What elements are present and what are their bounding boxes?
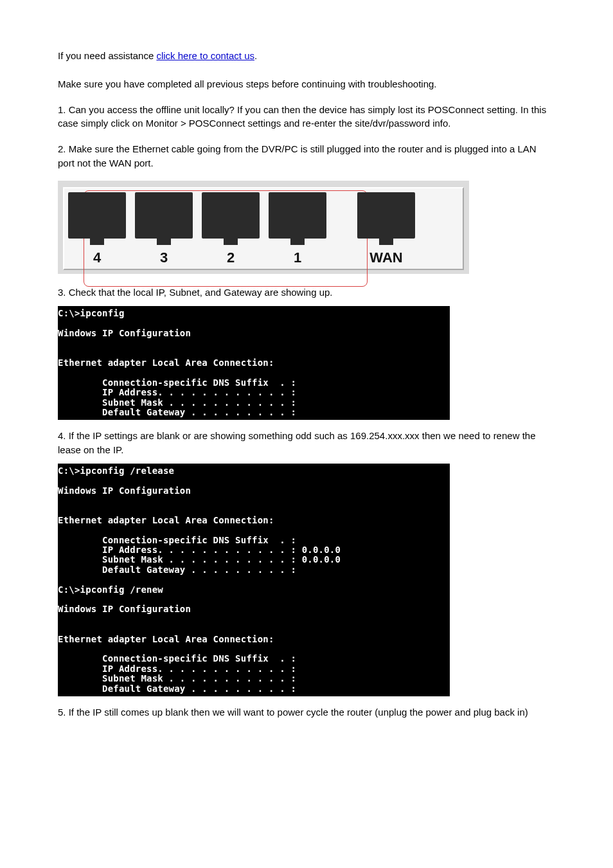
lan-port-2: 2 [202, 192, 260, 268]
header-note: Make sure you have completed all previou… [58, 77, 555, 91]
port-label: 2 [227, 248, 235, 268]
lan-port-4: 4 [68, 192, 126, 268]
router-image: 4 3 2 1 WAN [58, 181, 469, 275]
ethernet-port-icon [269, 192, 326, 239]
ethernet-port-icon [357, 192, 415, 239]
cmd-output-release-renew: C:\>ipconfig /release Windows IP Configu… [58, 464, 450, 696]
intro-paragraph: If you need assistance click here to con… [58, 49, 555, 63]
step-3-text: 3. Check that the local IP, Subnet, and … [58, 285, 555, 300]
port-label: 1 [294, 248, 301, 268]
port-label: WAN [369, 248, 402, 268]
port-row: 4 3 2 1 WAN [68, 192, 459, 268]
contact-prefix: If you need assistance [58, 50, 156, 61]
contact-link[interactable]: click here to contact us [156, 50, 254, 61]
ethernet-port-icon [68, 192, 126, 239]
cmd-output-ipconfig: C:\>ipconfig Windows IP Configuration Et… [58, 306, 450, 420]
port-label: 4 [93, 248, 101, 268]
step-4-text: 4. If the IP settings are blank or are s… [58, 429, 555, 457]
document-page: { "intro": { "contact_prefix": "If you n… [0, 0, 613, 868]
port-label: 3 [160, 248, 168, 268]
lan-port-1: 1 [269, 192, 326, 268]
ethernet-port-icon [135, 192, 193, 239]
contact-suffix: . [254, 50, 257, 61]
ethernet-port-icon [202, 192, 260, 239]
wan-port: WAN [357, 192, 415, 268]
step-2-text: 2. Make sure the Ethernet cable going fr… [58, 142, 555, 170]
step-5-text: 5. If the IP still comes up blank then w… [58, 705, 555, 719]
lan-port-3: 3 [135, 192, 193, 268]
router-plate: 4 3 2 1 WAN [63, 187, 464, 271]
step-1-text: 1. Can you access the offline unit local… [58, 103, 555, 131]
